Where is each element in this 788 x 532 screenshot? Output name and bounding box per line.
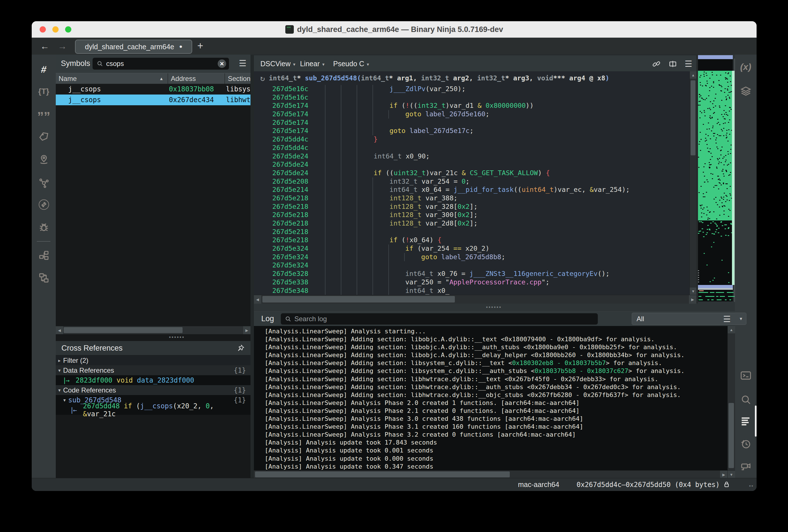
- symbols-search-value: csops: [106, 60, 124, 67]
- symbols-search-input[interactable]: csops ✕: [93, 58, 229, 70]
- xref-code-row[interactable]: |←267d5dd48 if (j__csops(x20_2, 0, &var_…: [56, 405, 251, 415]
- code-line[interactable]: 267d5e16c: [254, 93, 690, 102]
- new-tab-button[interactable]: +: [197, 40, 203, 52]
- log-search-input[interactable]: Search log: [281, 313, 598, 324]
- log-output[interactable]: [Analysis.LinearSweep] Analysis starting…: [254, 326, 727, 470]
- log-line: [Analysis] Analysis update took 0.347 se…: [254, 463, 727, 470]
- view-selector-linear[interactable]: Linear▾: [300, 60, 324, 68]
- code-line[interactable]: 267d5e324if (var_254 == x20_2): [254, 244, 690, 253]
- log-lines-icon[interactable]: [735, 414, 756, 429]
- code-line[interactable]: 267d5e324goto label_267d5d8b8;: [254, 253, 690, 261]
- symbol-row[interactable]: j__csops0x18037bb08libsys: [56, 84, 251, 95]
- types-braces-icon[interactable]: {T}: [32, 84, 56, 99]
- variables-fx-icon[interactable]: (x): [735, 59, 756, 74]
- code-line[interactable]: 267d5de24int64_t x0_90;: [254, 152, 690, 161]
- memory-pin-icon[interactable]: [32, 152, 56, 167]
- code-line[interactable]: 267d5e218int128_t var_388;: [254, 194, 690, 203]
- sync-arrows-icon[interactable]: [32, 197, 56, 212]
- pin-icon[interactable]: [237, 344, 245, 352]
- code-line[interactable]: 267d5e348int64_t x0_: [254, 287, 690, 295]
- code-pane[interactable]: ↻ int64_t* sub_267d5d548(int64_t* arg1, …: [254, 71, 690, 295]
- refresh-icon[interactable]: ↻: [260, 74, 265, 83]
- modified-dot-icon: •: [179, 45, 182, 48]
- minimap-band: [698, 71, 733, 220]
- strings-quotes-icon[interactable]: ””: [32, 107, 56, 121]
- layers-stack-icon[interactable]: [735, 84, 756, 99]
- code-line[interactable]: 267d5e324: [254, 261, 690, 270]
- log-line: [Analysis.LinearSweep] Analysis Phase 3.…: [254, 415, 727, 423]
- code-line[interactable]: 267d5e218: [254, 228, 690, 236]
- code-line[interactable]: 267d5e174goto label_267d5e160;: [254, 110, 690, 119]
- split-view-icon[interactable]: [668, 59, 677, 68]
- component-tree-icon[interactable]: [32, 248, 56, 262]
- tags-tag-icon[interactable]: [32, 129, 56, 143]
- code-line[interactable]: 267d5e174goto label_267d5e17c;: [254, 127, 690, 135]
- symbol-row[interactable]: j__csops0x267dec434libhwt: [56, 95, 251, 105]
- log-menu-icon[interactable]: ☰: [723, 314, 731, 324]
- back-arrow-icon[interactable]: ←: [40, 41, 49, 52]
- log-vscrollbar[interactable]: ▲▼: [727, 326, 735, 478]
- code-line[interactable]: 267d5dd4c}: [254, 135, 690, 144]
- history-clock-icon[interactable]: [735, 436, 756, 451]
- xref-filter-row[interactable]: ▶Filter (2): [56, 355, 251, 365]
- code-line[interactable]: 267d5e218int128_t var_328[0x2];: [254, 203, 690, 211]
- code-line[interactable]: 267d5e214int64_t x0_64 = j__pid_for_task…: [254, 185, 690, 194]
- code-line[interactable]: 267d5e218if (!x0_64) {: [254, 236, 690, 244]
- log-line: [Analysis.LinearSweep] Adding section: l…: [254, 359, 727, 367]
- view-selector-dscview[interactable]: DSCView▾: [260, 60, 296, 68]
- splitter-handle[interactable]: ••••••: [486, 306, 502, 309]
- tab-bar: ← → dyld_shared_cache_arm64e • +: [32, 38, 756, 55]
- linked-graph-icon[interactable]: [32, 175, 56, 190]
- code-line[interactable]: 267d5e16cj___ZdlPv(var_250);: [254, 85, 690, 93]
- terminal-console-icon[interactable]: [735, 368, 756, 383]
- entropy-minimap[interactable]: [696, 55, 735, 303]
- function-signature: ↻ int64_t* sub_267d5d548(int64_t* arg1, …: [254, 71, 690, 85]
- find-search-icon[interactable]: [735, 392, 756, 407]
- symbols-hscrollbar[interactable]: ◀▶: [56, 326, 251, 334]
- document-icon: [285, 25, 294, 34]
- link-icon[interactable]: [652, 59, 661, 68]
- code-hscrollbar[interactable]: ◀▶: [254, 295, 696, 303]
- column-address: Address: [168, 73, 225, 84]
- debugger-bug-icon[interactable]: [32, 220, 56, 235]
- snapshot-camera-icon[interactable]: [735, 459, 756, 474]
- code-line[interactable]: 267d5de24if ((uint32_t)var_21c & CS_GET_…: [254, 169, 690, 177]
- chevron-down-icon: ▼: [56, 368, 63, 373]
- minimap-viewport-strip[interactable]: [732, 71, 734, 285]
- code-line[interactable]: 267d5e174: [254, 119, 690, 127]
- code-line[interactable]: 267d5e174if (!((int32_t)var_d1 & 0x80000…: [254, 102, 690, 110]
- log-line: [Analysis] Analysis update took 0.001 se…: [254, 447, 727, 454]
- xref-data-references-header[interactable]: ▼Data References{1}: [56, 365, 251, 375]
- forward-arrow-icon[interactable]: →: [58, 41, 67, 52]
- code-vscrollbar[interactable]: ▲▼: [690, 71, 696, 295]
- xref-code-references-header[interactable]: ▼Code References{1}: [56, 385, 251, 395]
- symbols-table-header[interactable]: Name▲ Address Section: [56, 73, 251, 84]
- chevron-right-icon: ▶: [56, 358, 63, 363]
- code-line[interactable]: 267d5de24: [254, 160, 690, 169]
- tab-dyld-shared-cache[interactable]: dyld_shared_cache_arm64e •: [75, 40, 192, 54]
- resize-grip[interactable]: ▪▪: [749, 485, 754, 487]
- clear-search-icon[interactable]: ✕: [218, 59, 226, 68]
- code-line[interactable]: 267d5e328int64_t x0_76 = j___ZNSt3__116g…: [254, 270, 690, 278]
- status-bar: mac-aarch64 0x267d5dd4c–0x267d5dd50 (0x4…: [32, 478, 756, 491]
- code-line[interactable]: 267d5dd4c: [254, 144, 690, 152]
- log-search-placeholder: Search log: [294, 315, 327, 323]
- search-icon: [97, 60, 103, 67]
- app-window: dyld_shared_cache_arm64e — Binary Ninja …: [32, 21, 756, 491]
- panel-splitter[interactable]: [251, 55, 254, 478]
- control-flow-icon[interactable]: [32, 271, 56, 285]
- code-line[interactable]: 267d5e338var_250 = "AppleProcessorTrace.…: [254, 278, 690, 287]
- code-line[interactable]: 267d5e218int128_t var_2d8[0x2];: [254, 219, 690, 228]
- log-hscrollbar[interactable]: ▶: [254, 470, 727, 478]
- xref-data-row[interactable]: |→2823df000 void data_2823df000: [56, 375, 251, 385]
- view-menu-icon[interactable]: ☰: [685, 59, 692, 69]
- lock-icon[interactable]: [722, 480, 731, 489]
- search-icon: [285, 316, 292, 322]
- chevron-down-icon: ▾: [293, 62, 296, 67]
- code-line[interactable]: 267d5e208int32_t var_254 = 0;: [254, 177, 690, 186]
- symbols-hash-icon[interactable]: #: [32, 62, 56, 77]
- view-selector-pseudoc[interactable]: Pseudo C▾: [333, 60, 369, 68]
- symbols-menu-icon[interactable]: ☰: [239, 58, 247, 68]
- code-line[interactable]: 267d5e218int128_t var_300[0x2];: [254, 211, 690, 219]
- splitter-handle[interactable]: ••••••: [169, 336, 185, 339]
